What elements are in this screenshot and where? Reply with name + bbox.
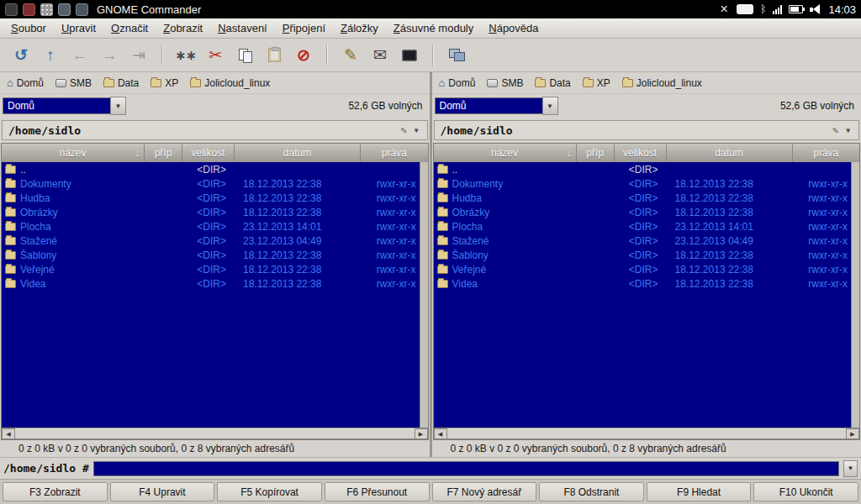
device-button-xp[interactable]: XP <box>148 76 181 91</box>
command-input[interactable] <box>93 461 839 476</box>
f3-view-button[interactable]: F3 Zobrazit <box>3 482 108 501</box>
menu-napoveda[interactable]: Nápověda <box>481 19 546 37</box>
table-row[interactable]: Dokumenty<DIR>18.12.2013 22:38rwxr-xr-x <box>434 176 860 191</box>
close-icon[interactable]: × <box>716 3 732 16</box>
scroll-right-icon[interactable]: ▶ <box>415 428 428 439</box>
table-row[interactable]: Stažené<DIR>23.12.2013 04:49rwxr-xr-x <box>434 234 860 248</box>
device-button-jolicloud[interactable]: Jolicloud_linux <box>188 76 272 91</box>
path-display[interactable]: /home/sidlo ✎ ▼ <box>2 120 428 140</box>
table-row[interactable]: Plocha<DIR>23.12.2013 14:01rwxr-xr-x <box>434 219 860 234</box>
device-button-data[interactable]: Data <box>101 76 141 91</box>
drive-dropdown-icon[interactable]: ▼ <box>110 97 126 115</box>
file-list[interactable]: ..<DIR> Dokumenty<DIR>18.12.2013 22:38rw… <box>434 162 860 428</box>
device-button-jolicloud[interactable]: Jolicloud_linux <box>620 76 705 91</box>
table-row[interactable]: Šablony<DIR>18.12.2013 22:38rwxr-xr-x <box>2 248 428 262</box>
bluetooth-icon[interactable]: ᛒ <box>760 3 766 15</box>
column-header-size[interactable]: velikost <box>182 144 235 162</box>
edit-path-icon[interactable]: ✎ <box>832 124 838 136</box>
network-signal-icon[interactable] <box>773 5 782 14</box>
device-button-smb[interactable]: SMB <box>484 76 526 91</box>
app-grid-icon[interactable] <box>40 3 53 16</box>
column-header-date[interactable]: datum <box>235 144 361 162</box>
vertical-scrollbar[interactable] <box>851 162 859 428</box>
column-header-name[interactable]: název↓ <box>2 144 145 162</box>
table-row[interactable]: Plocha<DIR>23.12.2013 14:01rwxr-xr-x <box>2 219 428 234</box>
column-header-ext[interactable]: příp <box>145 144 182 162</box>
device-button-xp[interactable]: XP <box>580 76 613 91</box>
battery-indicator-icon[interactable] <box>737 4 753 14</box>
last-icon[interactable]: ⇥ <box>126 43 151 68</box>
table-row[interactable]: Hudba<DIR>18.12.2013 22:38rwxr-xr-x <box>434 191 860 205</box>
drive-dropdown-icon[interactable]: ▼ <box>542 97 558 115</box>
select-pattern-icon[interactable]: ∗∗ <box>173 43 198 68</box>
device-button-home[interactable]: ⌂Domů <box>436 76 478 91</box>
window-icon-2[interactable] <box>76 3 88 16</box>
f7-mkdir-button[interactable]: F7 Nový adresář <box>432 482 537 501</box>
menu-oznacit[interactable]: Označit <box>103 19 156 37</box>
edit-icon[interactable]: ✎ <box>338 43 363 68</box>
table-row[interactable]: ..<DIR> <box>434 162 860 176</box>
menu-zobrazit[interactable]: Zobrazit <box>156 19 210 37</box>
horizontal-scrollbar[interactable]: ◀ ▶ <box>434 428 860 439</box>
column-header-perms[interactable]: práva <box>793 144 860 162</box>
f6-move-button[interactable]: F6 Přesunout <box>325 482 430 501</box>
device-button-home[interactable]: ⌂Domů <box>4 76 46 91</box>
forward-icon[interactable]: → <box>97 43 122 68</box>
column-header-name[interactable]: název↓ <box>434 144 577 162</box>
drive-selector[interactable]: Domů <box>435 97 542 114</box>
menu-pripojeni[interactable]: Připojení <box>275 19 333 37</box>
refresh-icon[interactable]: ↺ <box>8 43 34 68</box>
table-row[interactable]: Hudba<DIR>18.12.2013 22:38rwxr-xr-x <box>2 191 428 205</box>
device-button-smb[interactable]: SMB <box>53 76 94 91</box>
delete-icon[interactable]: ⊘ <box>291 43 316 68</box>
file-list[interactable]: ..<DIR> Dokumenty<DIR>18.12.2013 22:38rw… <box>2 162 428 428</box>
menu-nastaveni[interactable]: Nastavení <box>210 19 275 37</box>
table-row[interactable]: ..<DIR> <box>2 162 428 176</box>
table-row[interactable]: Obrázky<DIR>18.12.2013 22:38rwxr-xr-x <box>434 205 860 219</box>
menu-upravit[interactable]: Upravit <box>54 19 103 37</box>
table-row[interactable]: Videa<DIR>18.12.2013 22:38rwxr-xr-x <box>2 276 428 291</box>
f9-search-button[interactable]: F9 Hledat <box>647 482 752 501</box>
copy-icon[interactable] <box>232 43 257 68</box>
column-header-date[interactable]: datum <box>667 144 793 162</box>
f4-edit-button[interactable]: F4 Upravit <box>110 482 215 501</box>
f10-quit-button[interactable]: F10 Ukončit <box>753 482 858 501</box>
column-header-perms[interactable]: práva <box>361 144 428 162</box>
path-display[interactable]: /home/sidlo ✎ ▼ <box>434 120 860 140</box>
vertical-scrollbar[interactable] <box>420 162 428 428</box>
path-history-icon[interactable]: ▼ <box>412 127 421 134</box>
table-row[interactable]: Dokumenty<DIR>18.12.2013 22:38rwxr-xr-x <box>2 176 428 191</box>
drive-selector[interactable]: Domů <box>3 97 110 114</box>
scrollbar-thumb[interactable] <box>447 428 847 439</box>
window-icon-1[interactable] <box>58 3 71 16</box>
table-row[interactable]: Šablony<DIR>18.12.2013 22:38rwxr-xr-x <box>434 248 860 262</box>
table-row[interactable]: Videa<DIR>18.12.2013 22:38rwxr-xr-x <box>434 276 860 291</box>
scrollbar-thumb[interactable] <box>15 428 415 439</box>
column-header-ext[interactable]: příp <box>577 144 615 162</box>
connections-icon[interactable] <box>444 43 469 68</box>
cut-icon[interactable]: ✂ <box>203 43 228 68</box>
paste-icon[interactable] <box>261 43 287 68</box>
horizontal-scrollbar[interactable]: ◀ ▶ <box>2 428 428 439</box>
table-row[interactable]: Veřejné<DIR>18.12.2013 22:38rwxr-xr-x <box>434 262 860 276</box>
menu-zasuvne-moduly[interactable]: Zásuvné moduly <box>386 19 481 37</box>
scroll-left-icon[interactable]: ◀ <box>2 428 15 439</box>
table-row[interactable]: Obrázky<DIR>18.12.2013 22:38rwxr-xr-x <box>2 205 428 219</box>
menu-zalozky[interactable]: Záložky <box>333 19 386 37</box>
battery-icon[interactable] <box>789 5 803 13</box>
edit-path-icon[interactable]: ✎ <box>400 124 406 136</box>
command-history-icon[interactable]: ▼ <box>843 460 858 477</box>
device-button-data[interactable]: Data <box>532 76 573 91</box>
scroll-left-icon[interactable]: ◀ <box>434 428 447 439</box>
volume-icon[interactable] <box>810 4 821 15</box>
launcher-icon[interactable] <box>5 3 18 16</box>
menu-soubor[interactable]: Soubor <box>3 19 54 37</box>
table-row[interactable]: Veřejné<DIR>18.12.2013 22:38rwxr-xr-x <box>2 262 428 276</box>
send-icon[interactable]: ✉ <box>367 43 393 68</box>
f8-delete-button[interactable]: F8 Odstranit <box>539 482 644 501</box>
f5-copy-button[interactable]: F5 Kopírovat <box>217 482 322 501</box>
back-icon[interactable]: ← <box>67 43 92 68</box>
app-icon-red[interactable] <box>23 3 35 16</box>
scroll-right-icon[interactable]: ▶ <box>846 428 859 439</box>
table-row[interactable]: Stažené<DIR>23.12.2013 04:49rwxr-xr-x <box>2 234 428 248</box>
